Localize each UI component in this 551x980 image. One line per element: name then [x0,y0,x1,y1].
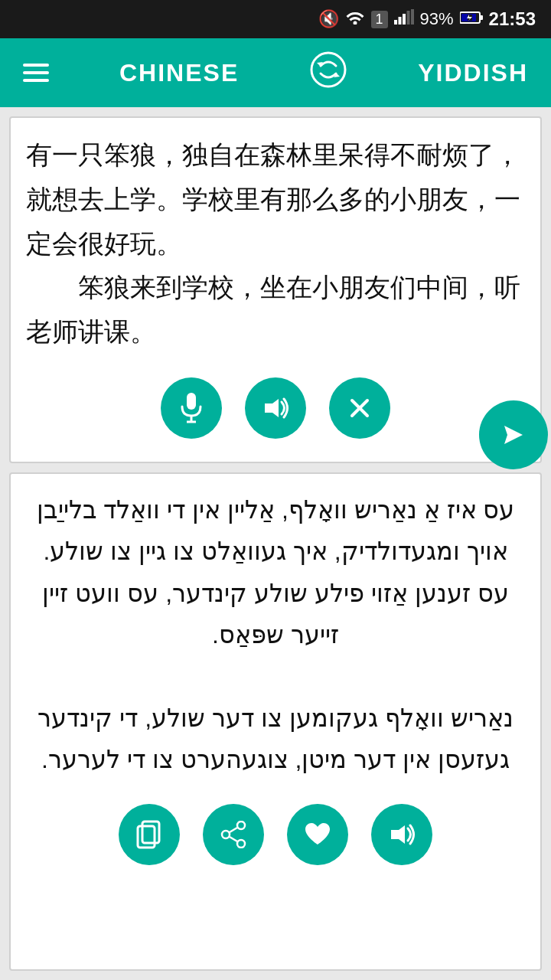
main-content: 有一只笨狼，独自在森林里呆得不耐烦了，就想去上学。学校里有那么多的小朋友，一定会… [0,107,551,980]
target-language[interactable]: YIDDISH [418,59,528,87]
yiddish-text: עס איז אַ נאַריש וואָלף, אַליין אין די ו… [26,489,525,781]
svg-point-0 [353,21,357,25]
battery-text: 93% [420,9,454,29]
svg-point-23 [237,822,245,829]
svg-marker-20 [504,426,523,444]
chinese-speaker-button[interactable] [245,377,306,439]
svg-point-25 [237,840,245,848]
source-language[interactable]: CHINESE [119,59,239,87]
send-button[interactable] [479,400,548,469]
top-nav: CHINESE YIDDISH [0,38,551,107]
chinese-text: 有一只笨狼，独自在森林里呆得不耐烦了，就想去上学。学校里有那么多的小朋友，一定会… [26,133,525,354]
menu-button[interactable] [23,64,49,82]
wifi-icon [345,9,365,29]
yiddish-controls [26,804,525,873]
clock: 21:53 [489,8,536,30]
chinese-panel: 有一只笨狼，独自在森林里呆得不耐烦了，就想去上学。学校里有那么多的小朋友，一定会… [9,116,542,463]
signal-icon [394,9,414,29]
battery-icon [460,9,483,29]
status-icons: 🔇 1 93% [318,8,536,30]
status-bar: 🔇 1 93% [0,0,551,38]
favorite-button[interactable] [287,804,348,865]
svg-line-27 [230,837,237,841]
svg-point-24 [222,831,230,838]
svg-rect-8 [480,15,483,20]
svg-line-26 [230,828,237,832]
svg-rect-5 [411,9,414,24]
svg-rect-2 [398,17,401,24]
svg-rect-21 [138,826,155,848]
mic-button[interactable] [161,377,222,439]
svg-point-11 [311,53,345,87]
copy-button[interactable] [119,804,180,865]
swap-languages-button[interactable] [309,51,347,96]
svg-marker-28 [391,825,405,844]
close-button[interactable] [329,377,390,439]
chinese-controls [26,377,525,446]
svg-marker-17 [265,399,279,417]
svg-rect-14 [187,393,196,410]
network-badge: 1 [371,11,388,28]
svg-rect-1 [394,20,397,24]
yiddish-speaker-button[interactable] [371,804,432,865]
svg-rect-22 [142,822,159,843]
svg-rect-3 [403,14,406,24]
mute-icon: 🔇 [318,9,339,29]
svg-rect-4 [406,11,409,24]
yiddish-panel: עס איז אַ נאַריש וואָלף, אַליין אין די ו… [9,472,542,971]
share-button[interactable] [203,804,264,865]
